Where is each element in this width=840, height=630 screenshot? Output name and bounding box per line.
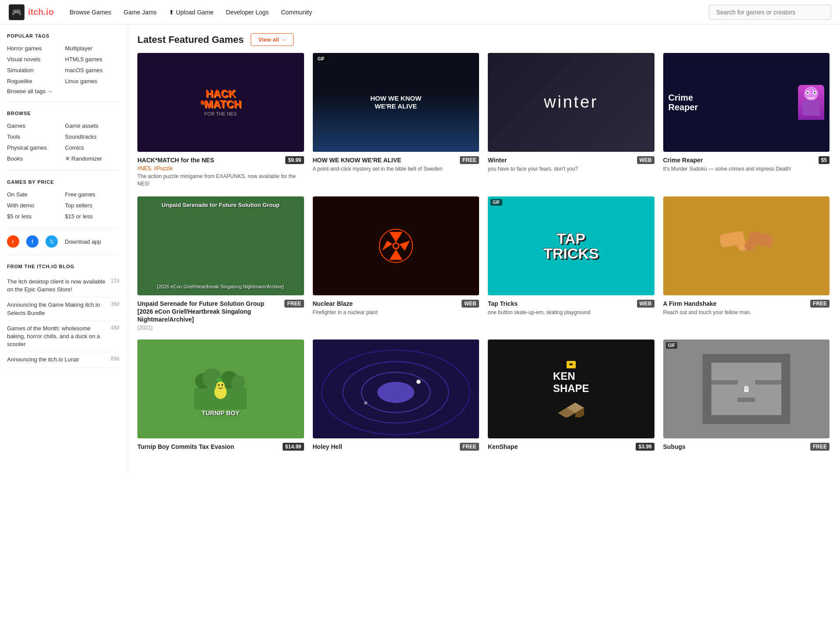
game-thumbnail-kenshape: ✏ KENSHAPE bbox=[488, 340, 654, 438]
price-free-games-link[interactable]: Free games bbox=[65, 190, 120, 199]
price-top-sellers-link[interactable]: Top sellers bbox=[65, 201, 120, 210]
reddit-icon[interactable]: r bbox=[7, 235, 19, 248]
game-card-winter[interactable]: winter Winter WEB you have to face your … bbox=[488, 53, 654, 188]
nav-browse-games[interactable]: Browse Games bbox=[64, 5, 117, 19]
svg-point-19 bbox=[216, 382, 225, 390]
nav-community[interactable]: Community bbox=[276, 5, 317, 19]
game-price: FREE bbox=[284, 300, 304, 308]
game-card-firm-handshake[interactable]: A Firm Handshake FREE Reach out and touc… bbox=[663, 196, 830, 331]
logo-text: itch.io bbox=[28, 7, 54, 17]
nav-upload-game[interactable]: ⬆ Upload Game bbox=[164, 5, 219, 19]
game-card-turnip-boy[interactable]: TURNIP BOY Turnip Boy Commits Tax Evasio… bbox=[137, 340, 304, 451]
price-with-demo-link[interactable]: With demo bbox=[7, 201, 62, 210]
page-layout: POPULAR TAGS Horror games Multiplayer Vi… bbox=[0, 24, 840, 473]
blog-item[interactable]: The itch desktop client is now available… bbox=[7, 274, 119, 298]
tag-roguelike[interactable]: Roguelike bbox=[7, 77, 62, 86]
blog-title: FROM THE ITCH.IO BLOG bbox=[7, 264, 119, 269]
game-card-subugs[interactable]: GIF bbox=[663, 340, 830, 451]
view-all-button[interactable]: View all → bbox=[251, 33, 294, 46]
nav-developer-logs[interactable]: Developer Logs bbox=[220, 5, 274, 19]
svg-point-27 bbox=[416, 380, 420, 384]
blog-item-days: 48d bbox=[111, 325, 119, 349]
sidebar: POPULAR TAGS Horror games Multiplayer Vi… bbox=[0, 24, 127, 473]
game-price: $3.99 bbox=[636, 443, 654, 451]
game-thumbnail-holey-hell: GIF bbox=[313, 340, 480, 438]
svg-rect-37 bbox=[711, 380, 738, 385]
browse-soundtracks-link[interactable]: Soundtracks bbox=[65, 132, 120, 141]
tag-linux-games[interactable]: Linux games bbox=[65, 77, 120, 86]
browse-tools-link[interactable]: Tools bbox=[7, 132, 62, 141]
section-header: Latest Featured Games View all → bbox=[137, 33, 830, 46]
blog-item-days: 39d bbox=[111, 301, 119, 317]
facebook-icon[interactable]: f bbox=[26, 235, 38, 248]
blog-item-text: Announcing the itch.io Lunar bbox=[7, 356, 107, 364]
twitter-icon[interactable]: 𝕏 bbox=[46, 235, 58, 248]
game-title: Turnip Boy Commits Tax Evasion bbox=[137, 443, 279, 451]
browse-game-assets-link[interactable]: Game assets bbox=[65, 121, 120, 130]
browse-games-link[interactable]: Games bbox=[7, 121, 62, 130]
blog-item[interactable]: Announcing the itch.io Lunar 89d bbox=[7, 352, 119, 368]
game-thumbnail-hack-match: HACK*MATCH FOR THE NES bbox=[137, 53, 304, 152]
logo-icon: 🎮 bbox=[9, 4, 24, 20]
game-card-hack-match[interactable]: HACK*MATCH FOR THE NES HACK*MATCH for th… bbox=[137, 53, 304, 188]
nav-game-jams[interactable]: Game Jams bbox=[119, 5, 162, 19]
browse-randomizer-link[interactable]: ✕ Randomizer bbox=[65, 154, 120, 163]
game-card-crime-reaper[interactable]: CrimeReaper bbox=[663, 53, 830, 188]
svg-rect-1 bbox=[802, 100, 820, 116]
game-price: WEB bbox=[637, 156, 654, 164]
logo[interactable]: 🎮 itch.io bbox=[9, 4, 54, 20]
svg-rect-35 bbox=[703, 354, 711, 424]
blog-item[interactable]: Games of the Month: wholesome baking, ho… bbox=[7, 321, 119, 353]
game-price: WEB bbox=[637, 300, 654, 308]
game-desc: It's Murder Sudoku — solve crimes and im… bbox=[663, 165, 830, 173]
svg-point-4 bbox=[807, 92, 808, 94]
tag-simulation[interactable]: Simulation bbox=[7, 66, 62, 75]
price-15-or-less-link[interactable]: $15 or less bbox=[65, 212, 120, 221]
svg-point-20 bbox=[218, 384, 220, 386]
game-desc: A point-and-click mystery set in the bib… bbox=[313, 165, 480, 173]
svg-rect-38 bbox=[755, 380, 781, 385]
game-price: $14.99 bbox=[283, 443, 304, 451]
game-card-tap-tricks[interactable]: GIF TAPTRICKS Tap Tricks WEB one button … bbox=[488, 196, 654, 331]
svg-rect-34 bbox=[703, 415, 790, 424]
tag-macos-games[interactable]: macOS games bbox=[65, 66, 120, 75]
game-thumbnail-unpaid-serenade: Unpaid Serenade for Future Solution Grou… bbox=[137, 196, 304, 295]
blog-item-days: 89d bbox=[111, 356, 119, 364]
browse-comics-link[interactable]: Comics bbox=[65, 143, 120, 152]
game-thumbnail-tap-tricks: GIF TAPTRICKS bbox=[488, 196, 654, 295]
browse-books-link[interactable]: Books bbox=[7, 154, 62, 163]
game-title: Nuclear Blaze bbox=[313, 300, 458, 308]
svg-point-5 bbox=[814, 92, 816, 94]
game-thumbnail-firm-handshake bbox=[663, 196, 830, 295]
browse-grid: Games Game assets Tools Soundtracks Phys… bbox=[7, 121, 119, 163]
blog-section: The itch desktop client is now available… bbox=[7, 274, 119, 368]
game-price: FREE bbox=[810, 300, 830, 308]
browse-title: BROWSE bbox=[7, 111, 119, 116]
tag-html5-games[interactable]: HTML5 games bbox=[65, 55, 120, 64]
game-card-unpaid-serenade[interactable]: Unpaid Serenade for Future Solution Grou… bbox=[137, 196, 304, 331]
svg-point-28 bbox=[364, 401, 367, 404]
game-price: FREE bbox=[810, 443, 830, 451]
tag-horror-games[interactable]: Horror games bbox=[7, 44, 62, 53]
game-card-holey-hell[interactable]: GIF Holey Hell FREE bbox=[313, 340, 480, 451]
game-thumbnail-turnip-boy: TURNIP BOY bbox=[137, 340, 304, 438]
svg-rect-33 bbox=[703, 354, 790, 363]
game-desc: The action puzzle minigame from EXAPUNKS… bbox=[137, 173, 304, 188]
browse-physical-games-link[interactable]: Physical games bbox=[7, 143, 62, 152]
section-title: Latest Featured Games bbox=[137, 34, 244, 46]
price-on-sale-link[interactable]: On Sale bbox=[7, 190, 62, 199]
price-5-or-less-link[interactable]: $5 or less bbox=[7, 212, 62, 221]
game-card-kenshape[interactable]: ✏ KENSHAPE KenShape $3.99 bbox=[488, 340, 654, 451]
tag-visual-novels[interactable]: Visual novels bbox=[7, 55, 62, 64]
game-title: Tap Tricks bbox=[488, 300, 634, 308]
browse-all-tags-link[interactable]: Browse all tags → bbox=[7, 87, 53, 96]
download-app-link[interactable]: Download app bbox=[65, 238, 101, 245]
blog-item[interactable]: Announcing the Game Making itch.io Selec… bbox=[7, 298, 119, 321]
game-card-how-we-know[interactable]: GIF HOW WE KNOWWE'RE ALIVE HOW WE KNOW W… bbox=[313, 53, 480, 188]
game-price: $5 bbox=[819, 156, 830, 164]
tag-multiplayer[interactable]: Multiplayer bbox=[65, 44, 120, 53]
search-input[interactable] bbox=[709, 5, 831, 20]
game-title: Unpaid Serenade for Future Solution Grou… bbox=[137, 300, 281, 324]
game-price: FREE bbox=[460, 156, 479, 164]
game-card-nuclear-blaze[interactable]: Nuclear Blaze WEB Firefighter in a nucle… bbox=[313, 196, 480, 331]
